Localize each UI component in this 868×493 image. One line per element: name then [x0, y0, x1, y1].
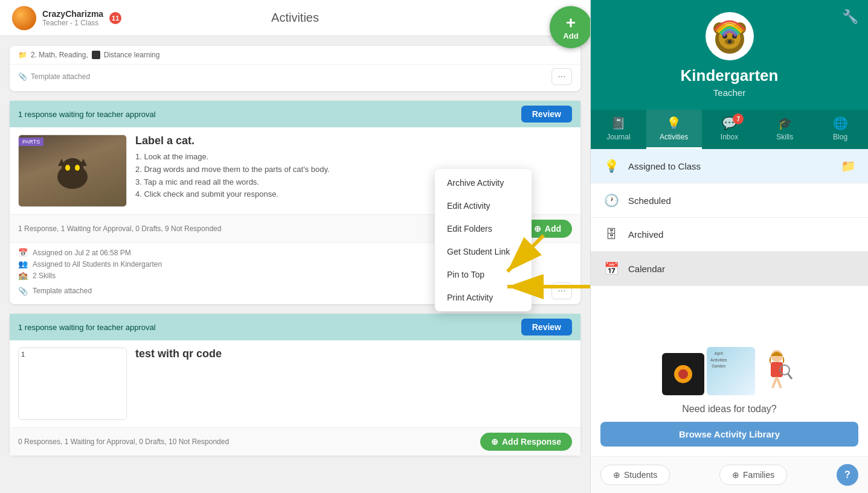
tab-blog[interactable]: 🌐 Blog	[812, 110, 868, 149]
svg-point-19	[678, 369, 688, 379]
instruction-1: 1. Look at the image.	[135, 151, 572, 164]
nav-tabs: 📓 Journal 💡 Activities 7 💬 Inbox 🎓 Skill…	[591, 110, 868, 149]
dropdown-student-link[interactable]: Get Student Link	[435, 240, 532, 263]
school-avatar	[706, 12, 754, 60]
assigned-icon: 💡	[603, 159, 620, 173]
dropdown-edit[interactable]: Edit Activity	[435, 194, 532, 217]
card-stats-2: 1 Response, 1 Waiting for Approval, 0 Dr…	[18, 224, 221, 233]
qr-code-card: 1 response waiting for teacher approval …	[10, 314, 580, 456]
journal-icon: 📓	[611, 116, 626, 130]
review-btn-3[interactable]: Review	[521, 319, 572, 336]
archived-icon: 🗄	[603, 227, 620, 241]
card-stats-bar-3: 0 Responses, 1 Waiting for Approval, 0 D…	[10, 427, 580, 456]
plus-families-icon: ⊕	[732, 470, 739, 480]
group-icon-2: 👥	[18, 259, 28, 269]
distance-icon	[92, 51, 100, 59]
sidebar-sections: 💡 Assigned to Class 📁 🕐 Scheduled 🗄 Arch…	[591, 149, 868, 337]
students-button[interactable]: ⊕ Students	[600, 465, 670, 485]
section-assigned[interactable]: 💡 Assigned to Class 📁	[591, 149, 868, 183]
cat-thumbnail: PARTS	[18, 135, 127, 207]
add-response-label-2: Add	[545, 224, 561, 234]
blog-icon: 🌐	[833, 116, 848, 130]
add-label: Add	[563, 31, 578, 40]
tab-activities[interactable]: 💡 Activities	[646, 110, 702, 149]
qr-preview: 1	[19, 348, 126, 419]
more-btn-1[interactable]: ···	[551, 68, 572, 85]
dropdown-pin[interactable]: Pin to Top	[435, 263, 532, 286]
more-btn-2[interactable]: ···	[551, 282, 572, 299]
dropdown-print[interactable]: Print Activity	[435, 286, 532, 309]
card-stats-3: 0 Responses, 1 Waiting for Approval, 0 D…	[18, 437, 229, 446]
svg-point-17	[728, 40, 731, 43]
activities-icon: 💡	[666, 116, 681, 130]
blog-label: Blog	[833, 133, 847, 141]
user-name-role: CrazyCharizma Teacher - 1 Class	[42, 9, 103, 27]
approval-banner-3: 1 response waiting for teacher approval …	[10, 314, 580, 340]
folder-icon-assigned: 📁	[841, 159, 856, 173]
girl-thumbnail	[757, 347, 797, 395]
activities-label: Activities	[660, 133, 688, 141]
svg-line-23	[777, 377, 781, 388]
card-body-3: 1 test with qr code	[10, 340, 580, 427]
first-activity-card: 📁 2. Math, Reading, Distance learning 📎 …	[10, 46, 580, 91]
inbox-badge: 7	[733, 113, 744, 124]
families-button[interactable]: ⊕ Families	[719, 465, 787, 485]
svg-point-1	[62, 158, 83, 177]
section-archived[interactable]: 🗄 Archived	[591, 218, 868, 252]
svg-point-5	[75, 165, 80, 171]
card-title-3: test with qr code	[135, 348, 572, 360]
tab-inbox[interactable]: 7 💬 Inbox	[702, 110, 757, 149]
context-dropdown: Archive Activity Edit Activity Edit Fold…	[435, 169, 532, 311]
scheduled-label: Scheduled	[628, 196, 856, 206]
tab-journal[interactable]: 📓 Journal	[591, 110, 646, 149]
help-button[interactable]: ?	[837, 464, 858, 486]
archived-label: Archived	[628, 229, 856, 240]
science-thumbnail	[662, 353, 704, 395]
template-label-1: Template attached	[31, 72, 90, 81]
section-scheduled[interactable]: 🕐 Scheduled	[591, 183, 868, 218]
school-name: Kindergarten	[681, 66, 779, 85]
dropdown-archive[interactable]: Archive Activity	[435, 171, 532, 194]
school-role: Teacher	[713, 87, 745, 98]
review-btn-2[interactable]: Review	[521, 106, 572, 122]
top-header: CrazyCharizma Teacher - 1 Class 11 Activ…	[0, 0, 590, 36]
settings-icon[interactable]: 🔧	[842, 9, 858, 25]
notification-badge: 11	[109, 12, 121, 24]
qr-number: 1	[21, 351, 25, 358]
students-label: Students	[624, 470, 657, 480]
sidebar-header: Kindergarten Teacher	[591, 0, 868, 110]
ideas-text: Need ideas for today?	[600, 404, 858, 415]
assigned-to-label: Assigned to All Students in Kindergarten	[33, 260, 162, 269]
plus-circle-icon-3: ⊕	[491, 437, 498, 447]
browse-activity-library-button[interactable]: Browse Activity Library	[600, 422, 858, 447]
skills-label: 2 Skills	[33, 272, 56, 280]
paperclip-icon-2: 📎	[18, 287, 28, 296]
folder-icon: 📁	[18, 51, 27, 59]
approval-text-2: 1 response waiting for teacher approval	[18, 110, 156, 119]
section-calendar[interactable]: 📅 Calendar	[591, 252, 868, 286]
bottom-actions: ⊕ Students ⊕ Families ?	[591, 456, 868, 493]
folder-tag: 📁 2. Math, Reading, Distance learning	[10, 46, 580, 65]
dropdown-edit-folders[interactable]: Edit Folders	[435, 217, 532, 240]
add-button[interactable]: + Add	[550, 6, 590, 48]
calendar-label: Calendar	[628, 264, 856, 274]
right-sidebar: Kindergarten Teacher 📓 Journal 💡 Activit…	[590, 0, 868, 493]
card-content-3: test with qr code	[135, 348, 572, 420]
assigned-date-label: Assigned on Jul 2 at 06:58 PM	[33, 249, 131, 257]
avatar	[12, 6, 36, 30]
skills-label: Skills	[776, 133, 793, 141]
assigned-label: Assigned to Class	[628, 161, 832, 171]
folder-text: 2. Math, Reading,	[31, 51, 88, 59]
template-label-2: Template attached	[33, 287, 92, 295]
ideas-section: April Activities Garden	[600, 347, 858, 447]
paperclip-icon-1: 📎	[18, 72, 27, 81]
plus-icon: +	[566, 14, 576, 31]
add-response-btn-3[interactable]: ⊕ Add Response	[480, 433, 572, 451]
svg-line-25	[788, 374, 792, 379]
tab-skills[interactable]: 🎓 Skills	[757, 110, 812, 149]
distance-label: Distance learning	[104, 51, 160, 59]
scheduled-icon: 🕐	[603, 193, 620, 208]
add-response-label-3: Add Response	[502, 437, 561, 447]
sidebar-bottom: April Activities Garden	[591, 337, 868, 456]
inbox-label: Inbox	[721, 133, 738, 141]
